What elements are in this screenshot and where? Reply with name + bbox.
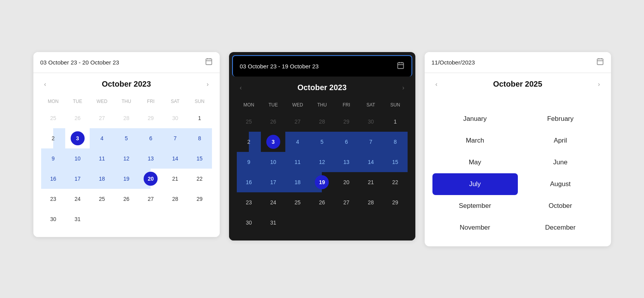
calendar-day-cell[interactable]: 26 (261, 112, 285, 132)
input-bar-3[interactable]: 11/October/2023 (425, 52, 611, 73)
date-input-3[interactable]: 11/October/2023 (432, 59, 475, 66)
prev-year-btn-3[interactable]: ‹ (432, 79, 441, 89)
calendar-day-cell[interactable]: 16 (237, 172, 261, 192)
calendar-day-cell[interactable]: 29 (187, 189, 212, 209)
calendar-day-cell[interactable]: 25 (41, 108, 66, 128)
calendar-day-cell[interactable]: 3 (261, 132, 285, 152)
date-range-input-2[interactable]: 03 October 23 - 19 October 23 (240, 63, 319, 70)
calendar-day-cell[interactable]: 29 (383, 192, 408, 213)
calendar-day-cell[interactable]: 12 (114, 148, 139, 169)
calendar-day-cell[interactable]: 14 (359, 152, 383, 172)
month-item[interactable]: August (518, 173, 603, 195)
month-item[interactable]: January (432, 108, 518, 130)
calendar-day-cell[interactable]: 25 (90, 189, 114, 209)
calendar-day-cell[interactable]: 7 (163, 128, 187, 148)
month-item[interactable]: November (432, 217, 518, 239)
calendar-day-cell[interactable]: 26 (114, 189, 139, 209)
calendar-day-cell[interactable]: 15 (383, 152, 408, 172)
calendar-day-cell[interactable]: 20 (334, 172, 359, 192)
calendar-day-cell[interactable]: 9 (41, 148, 66, 169)
calendar-day-cell[interactable]: 28 (359, 192, 383, 213)
calendar-day-cell[interactable]: 4 (90, 128, 114, 148)
calendar-icon-2[interactable] (397, 61, 404, 71)
calendar-day-cell[interactable]: 1 (383, 112, 408, 132)
calendar-day-cell[interactable]: 21 (163, 169, 187, 189)
calendar-day-cell[interactable]: 22 (383, 172, 408, 192)
calendar-day-cell[interactable]: 7 (359, 132, 383, 152)
calendar-day-cell[interactable]: 2 (41, 128, 66, 148)
calendar-day-cell[interactable]: 14 (163, 148, 187, 169)
calendar-day-cell[interactable]: 28 (114, 108, 139, 128)
calendar-day-cell[interactable]: 17 (261, 172, 285, 192)
next-month-btn-1[interactable]: › (203, 79, 212, 89)
calendar-day-cell[interactable]: 19 (114, 169, 139, 189)
calendar-day-cell[interactable]: 8 (187, 128, 212, 148)
month-item[interactable]: December (518, 217, 603, 239)
month-item[interactable]: March (432, 130, 518, 152)
calendar-day-cell[interactable]: 22 (187, 169, 212, 189)
calendar-day-cell[interactable]: 16 (41, 169, 66, 189)
calendar-day-cell[interactable]: 27 (285, 112, 310, 132)
input-bar-2[interactable]: 03 October 23 - 19 October 23 (232, 55, 412, 77)
calendar-day-cell[interactable]: 30 (359, 112, 383, 132)
calendar-day-cell[interactable]: 27 (334, 192, 359, 213)
calendar-day-cell[interactable]: 11 (285, 152, 310, 172)
calendar-day-cell[interactable]: 26 (310, 192, 334, 213)
calendar-icon-1[interactable] (205, 58, 213, 67)
calendar-icon-3[interactable] (596, 58, 604, 67)
next-year-btn-3[interactable]: › (595, 79, 603, 89)
calendar-day-cell[interactable]: 23 (41, 189, 66, 209)
month-item[interactable]: April (518, 130, 603, 152)
calendar-day-cell[interactable]: 30 (237, 213, 261, 233)
calendar-day-cell[interactable]: 30 (41, 209, 66, 229)
input-bar-1[interactable]: 03 October 23 - 20 October 23 (33, 52, 220, 73)
calendar-day-cell[interactable]: 1 (187, 108, 212, 128)
calendar-day-cell[interactable]: 10 (65, 148, 90, 169)
calendar-day-cell[interactable]: 13 (334, 152, 359, 172)
prev-month-btn-1[interactable]: ‹ (41, 79, 49, 89)
calendar-day-cell[interactable]: 30 (163, 108, 187, 128)
month-item[interactable]: February (518, 108, 603, 130)
calendar-day-cell[interactable]: 11 (90, 148, 114, 169)
calendar-day-cell[interactable]: 25 (237, 112, 261, 132)
date-range-input-1[interactable]: 03 October 23 - 20 October 23 (40, 59, 119, 66)
calendar-day-cell[interactable]: 5 (310, 132, 334, 152)
calendar-day-cell[interactable]: 8 (383, 132, 408, 152)
calendar-day-cell[interactable]: 6 (139, 128, 163, 148)
next-month-btn-2[interactable]: › (399, 83, 407, 93)
calendar-day-cell[interactable]: 24 (261, 192, 285, 213)
calendar-day-cell[interactable]: 31 (65, 209, 90, 229)
month-item[interactable]: May (432, 152, 518, 173)
calendar-day-cell[interactable]: 3 (65, 128, 90, 148)
month-item[interactable]: September (432, 195, 518, 217)
calendar-day-cell[interactable]: 27 (90, 108, 114, 128)
calendar-day-cell[interactable]: 2 (237, 132, 261, 152)
calendar-day-cell[interactable]: 17 (65, 169, 90, 189)
calendar-day-cell[interactable]: 23 (237, 192, 261, 213)
calendar-day-cell[interactable]: 19 (310, 172, 334, 192)
calendar-day-cell[interactable]: 18 (285, 172, 310, 192)
calendar-day-cell[interactable]: 6 (334, 132, 359, 152)
month-item[interactable]: July (432, 173, 518, 195)
calendar-day-cell[interactable]: 4 (285, 132, 310, 152)
calendar-day-cell[interactable]: 9 (237, 152, 261, 172)
calendar-day-cell[interactable]: 12 (310, 152, 334, 172)
calendar-day-cell[interactable]: 21 (359, 172, 383, 192)
calendar-day-cell[interactable]: 5 (114, 128, 139, 148)
month-item[interactable]: October (518, 195, 603, 217)
calendar-day-cell[interactable]: 18 (90, 169, 114, 189)
calendar-day-cell[interactable]: 24 (65, 189, 90, 209)
calendar-day-cell[interactable]: 13 (139, 148, 163, 169)
calendar-day-cell[interactable]: 29 (139, 108, 163, 128)
calendar-day-cell[interactable]: 29 (334, 112, 359, 132)
calendar-day-cell[interactable]: 25 (285, 192, 310, 213)
calendar-day-cell[interactable]: 31 (261, 213, 285, 233)
prev-month-btn-2[interactable]: ‹ (237, 83, 245, 93)
calendar-day-cell[interactable]: 26 (65, 108, 90, 128)
calendar-day-cell[interactable]: 15 (187, 148, 212, 169)
calendar-day-cell[interactable]: 27 (139, 189, 163, 209)
calendar-day-cell[interactable]: 28 (310, 112, 334, 132)
calendar-day-cell[interactable]: 20 (139, 169, 163, 189)
calendar-day-cell[interactable]: 10 (261, 152, 285, 172)
calendar-day-cell[interactable]: 28 (163, 189, 187, 209)
